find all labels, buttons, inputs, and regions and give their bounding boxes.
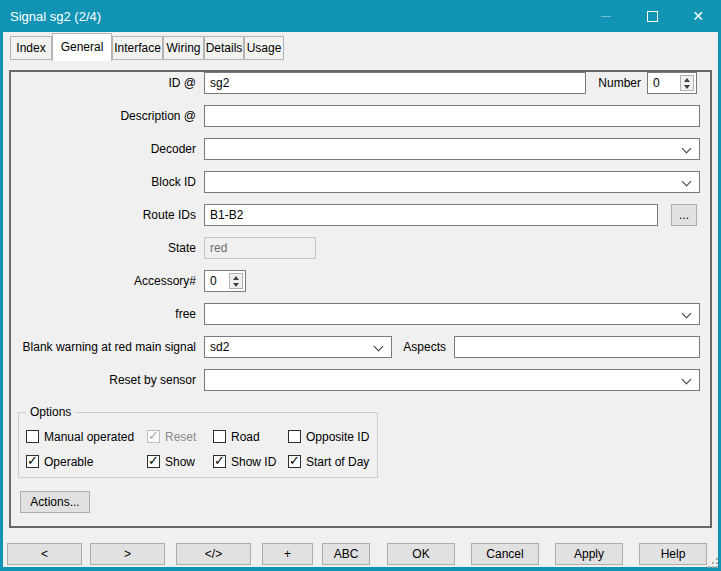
xml-button[interactable]: </> [176,543,251,565]
tab-wiring[interactable]: Wiring [163,36,204,60]
minimize-button[interactable] [583,0,629,32]
checkbox-opposite-id[interactable]: Opposite ID [288,429,369,444]
state-input [204,237,316,259]
id-input[interactable] [204,72,586,94]
show-checkbox-label: Show [165,455,195,469]
route-ids-label: Route IDs [13,204,196,226]
reset-by-sensor-label: Reset by sensor [13,369,196,391]
manual-operated-checkbox-label: Manual operated [44,430,134,444]
decoder-label: Decoder [13,138,196,160]
route-ids-browse-button[interactable]: ... [671,204,697,226]
number-spinner[interactable]: 0 [647,72,697,94]
chevron-down-icon [682,144,692,154]
abc-button[interactable]: ABC [322,543,370,565]
operable-checkbox-label: Operable [44,455,93,469]
title-bar: Signal sg2 (2/4) ✕ [0,0,721,32]
apply-button[interactable]: Apply [555,543,623,565]
ok-button[interactable]: OK [387,543,455,565]
cancel-button[interactable]: Cancel [471,543,539,565]
window-title: Signal sg2 (2/4) [10,9,101,24]
show-checkbox-box [147,455,160,468]
accessory-spin-up-icon[interactable] [230,274,242,281]
checkbox-reset: Reset [147,429,196,444]
accessory-spin-buttons [229,273,243,289]
id-label: ID @ [13,72,196,94]
actions-button[interactable]: Actions... [20,491,90,513]
number-label: Number [543,72,641,94]
block-id-label: Block ID [13,171,196,193]
decoder-combobox[interactable] [204,138,700,160]
number-spin-buttons [680,75,694,91]
checkbox-manual-operated[interactable]: Manual operated [26,429,134,444]
add-button[interactable]: + [262,543,313,565]
checkbox-start-of-day[interactable]: Start of Day [288,454,369,469]
maximize-icon [647,11,658,22]
number-spin-down-icon[interactable] [681,83,693,90]
start-of-day-checkbox-box [288,455,301,468]
show-id-checkbox-box [213,455,226,468]
blank-warning-label: Blank warning at red main signal [13,336,196,358]
blank-warning-value: sd2 [210,340,229,354]
caption-buttons: ✕ [583,0,721,32]
prev-button[interactable]: < [7,543,82,565]
reset-checkbox-box [147,430,160,443]
checkbox-show[interactable]: Show [147,454,195,469]
tab-interface[interactable]: Interface [112,36,163,60]
tab-general[interactable]: General [52,33,112,61]
opposite-id-checkbox-label: Opposite ID [306,430,369,444]
manual-operated-checkbox-box [26,430,39,443]
accessory-value: 0 [210,274,217,288]
blank-warning-combobox[interactable]: sd2 [204,336,392,358]
signal-properties-dialog: Signal sg2 (2/4) ✕ Index General Interfa… [0,0,721,571]
operable-checkbox-box [26,455,39,468]
close-button[interactable]: ✕ [675,0,721,32]
route-ids-input[interactable] [204,204,658,226]
description-label: Description @ [13,105,196,127]
chevron-down-icon [682,177,692,187]
reset-by-sensor-combobox[interactable] [204,369,700,391]
chevron-down-icon [374,342,384,352]
help-button[interactable]: Help [639,543,707,565]
road-checkbox-label: Road [231,430,260,444]
road-checkbox-box [213,430,226,443]
number-spin-up-icon[interactable] [681,76,693,83]
options-group-title: Options [26,405,75,419]
next-button[interactable]: > [90,543,165,565]
tab-index[interactable]: Index [10,36,52,60]
free-label: free [13,303,196,325]
dialog-body: Index General Interface Wiring Details U… [3,32,718,567]
tab-details[interactable]: Details [204,36,244,60]
tab-usage[interactable]: Usage [244,36,284,60]
number-value: 0 [653,76,660,90]
state-label: State [13,237,196,259]
accessory-spin-down-icon[interactable] [230,281,242,288]
checkbox-show-id[interactable]: Show ID [213,454,276,469]
minimize-icon [601,16,611,17]
close-icon: ✕ [692,9,704,23]
resize-grip-icon[interactable] [706,556,718,568]
reset-checkbox-label: Reset [165,430,196,444]
free-combobox[interactable] [204,303,700,325]
chevron-down-icon [682,309,692,319]
opposite-id-checkbox-box [288,430,301,443]
description-input[interactable] [204,105,700,127]
aspects-label: Aspects [398,336,446,358]
maximize-button[interactable] [629,0,675,32]
accessory-spinner[interactable]: 0 [204,270,246,292]
checkbox-road[interactable]: Road [213,429,260,444]
start-of-day-checkbox-label: Start of Day [306,455,369,469]
checkbox-operable[interactable]: Operable [26,454,93,469]
accessory-label: Accessory# [13,270,196,292]
show-id-checkbox-label: Show ID [231,455,276,469]
chevron-down-icon [682,375,692,385]
block-id-combobox[interactable] [204,171,700,193]
aspects-input[interactable] [454,336,700,358]
